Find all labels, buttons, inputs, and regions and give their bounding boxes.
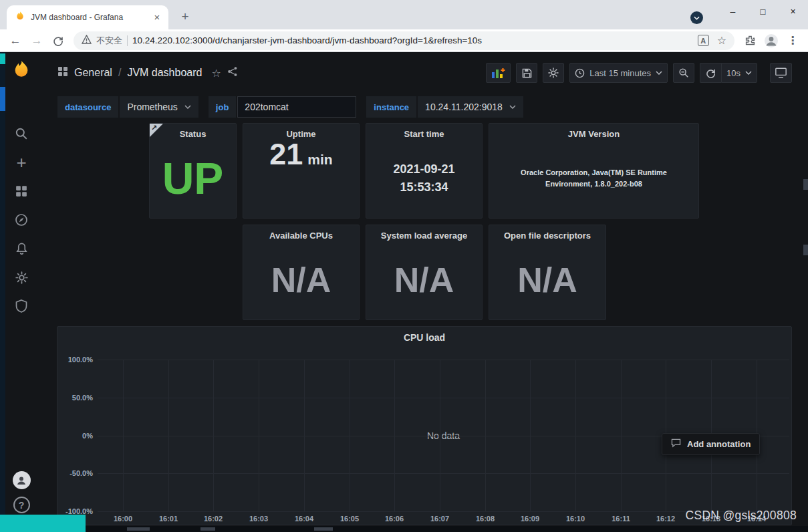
explore-compass-icon[interactable] [10, 209, 33, 231]
x-axis-tick: 16:05 [333, 515, 366, 523]
grafana-logo[interactable] [11, 59, 32, 83]
favorite-star-icon[interactable]: ☆ [211, 67, 221, 80]
time-range-picker[interactable]: Last 15 minutes [569, 63, 668, 83]
panel-title[interactable]: JVM Version [489, 124, 698, 139]
panel-start-time: Start time 2021-09-21 15:53:34 [366, 123, 483, 219]
panel-title[interactable]: Available CPUs [243, 225, 359, 241]
gridline-vertical [485, 360, 486, 511]
reload-button[interactable] [49, 32, 67, 49]
background-window-fragment [0, 515, 86, 532]
translate-icon[interactable]: A [698, 35, 709, 46]
create-plus-icon[interactable]: + [10, 151, 33, 174]
datasource-select[interactable]: Prometheus [120, 96, 198, 118]
url-text[interactable]: 10.24.220.102:3000/d/chanjarster-jvm-das… [132, 35, 693, 45]
dashboard-variables: datasource Prometheus job instance 10.24 [57, 96, 523, 118]
x-axis-tick: 16:01 [152, 515, 184, 523]
x-axis-tick: 16:08 [469, 515, 501, 523]
status-value: UP [162, 156, 224, 201]
datasource-value: Prometheus [127, 102, 177, 112]
bookmark-star-icon[interactable]: ☆ [717, 34, 726, 47]
x-axis-tick: 16:09 [514, 515, 546, 523]
uptime-value: 21 [269, 139, 303, 169]
y-axis-tick: 50.0% [59, 394, 93, 402]
dashboards-icon[interactable] [10, 180, 33, 203]
browser-menu-icon[interactable]: ⋮ [784, 32, 801, 49]
maximize-button[interactable]: □ [748, 0, 778, 23]
panel-title[interactable]: System load average [366, 225, 482, 241]
configuration-gear-icon[interactable] [10, 266, 33, 289]
x-axis-tick: 16:11 [605, 515, 637, 523]
x-axis-tick: 16:06 [378, 515, 410, 523]
zoom-out-button[interactable] [673, 63, 694, 83]
browser-tab[interactable]: JVM dashboard - Grafana × [7, 5, 168, 29]
grafana-app: + ? [0, 52, 808, 532]
var-label-instance: instance [366, 96, 416, 118]
not-secure-label: 不安全 [96, 35, 122, 47]
panel-available-cpus: Available CPUs N/A [243, 225, 360, 320]
tab-search-button[interactable] [690, 11, 703, 24]
panel-title[interactable]: CPU load [57, 327, 791, 343]
var-label-datasource: datasource [57, 96, 118, 118]
panel-links-icon[interactable]: ↗ [150, 124, 163, 137]
tab-title: JVM dashboard - Grafana [31, 13, 146, 22]
gridline-horizontal [98, 360, 789, 360]
search-icon[interactable] [10, 122, 33, 145]
minimize-button[interactable]: – [718, 0, 748, 23]
x-axis-tick: 16:10 [559, 515, 591, 523]
uptime-unit: min [307, 152, 332, 168]
profile-avatar[interactable] [763, 32, 780, 49]
forward-button[interactable]: → [28, 32, 45, 49]
y-axis-tick: 100.0% [59, 356, 93, 364]
dashboard-settings-button[interactable] [543, 63, 564, 83]
back-button[interactable]: ← [7, 32, 24, 49]
jvm-version-value: Oracle Corporation, Java(TM) SE Runtime … [489, 167, 698, 190]
alerting-bell-icon[interactable] [10, 237, 33, 260]
gridline-vertical [530, 360, 531, 511]
instance-select[interactable]: 10.24.11.202:9018 [418, 96, 523, 118]
csdn-watermark: CSDN @gsls200808 [685, 509, 797, 523]
add-annotation-menu[interactable]: Add annotation [662, 433, 760, 455]
save-dashboard-button[interactable] [516, 63, 537, 83]
job-input[interactable] [237, 96, 356, 118]
omnibox-divider [127, 35, 128, 46]
breadcrumb-separator: / [118, 67, 121, 79]
y-axis-tick: 0% [59, 432, 93, 440]
add-panel-button[interactable] [486, 63, 511, 83]
extensions-puzzle-icon[interactable] [741, 32, 759, 49]
admin-shield-icon[interactable] [10, 295, 33, 317]
background-window-fragment [0, 526, 808, 532]
gridline-vertical [440, 360, 440, 511]
panel-system-load: System load average N/A [366, 225, 483, 320]
refresh-interval-dropdown[interactable]: 10s [721, 63, 757, 83]
background-window-fragment [803, 245, 808, 255]
gridline-vertical [259, 360, 259, 511]
new-tab-button[interactable]: + [176, 9, 194, 26]
user-avatar[interactable] [13, 471, 31, 489]
background-window-fragment [0, 53, 5, 64]
dashboard-title[interactable]: JVM dashboard [127, 67, 202, 79]
tab-close-icon[interactable]: × [151, 11, 163, 23]
add-annotation-label: Add annotation [687, 439, 751, 449]
not-secure-warning-icon[interactable] [82, 35, 92, 47]
address-bar[interactable]: 不安全 10.24.220.102:3000/d/chanjarster-jvm… [74, 31, 734, 50]
background-window-fragment [0, 52, 5, 532]
panel-title[interactable]: Open file descriptors [489, 225, 605, 241]
background-window-fragment [314, 527, 333, 531]
panel-uptime: Uptime 21 min [243, 123, 360, 219]
gridline-vertical [168, 360, 169, 511]
x-axis-tick: 16:04 [288, 515, 320, 523]
breadcrumb-folder[interactable]: General [74, 67, 112, 79]
gridline-vertical [123, 360, 124, 511]
gridline-vertical [621, 360, 622, 511]
kiosk-mode-button[interactable] [770, 63, 792, 83]
panel-title[interactable]: Start time [366, 124, 482, 139]
background-window-fragment [127, 527, 150, 531]
share-icon[interactable] [227, 66, 238, 80]
close-window-button[interactable]: × [778, 0, 808, 23]
system-load-value: N/A [394, 263, 454, 297]
gridline-horizontal [98, 473, 789, 474]
help-icon[interactable]: ? [13, 497, 30, 513]
x-axis-tick: 16:02 [197, 515, 229, 523]
refresh-button[interactable] [700, 63, 721, 83]
dashboard-toolbar: Last 15 minutes 10s [486, 63, 792, 83]
